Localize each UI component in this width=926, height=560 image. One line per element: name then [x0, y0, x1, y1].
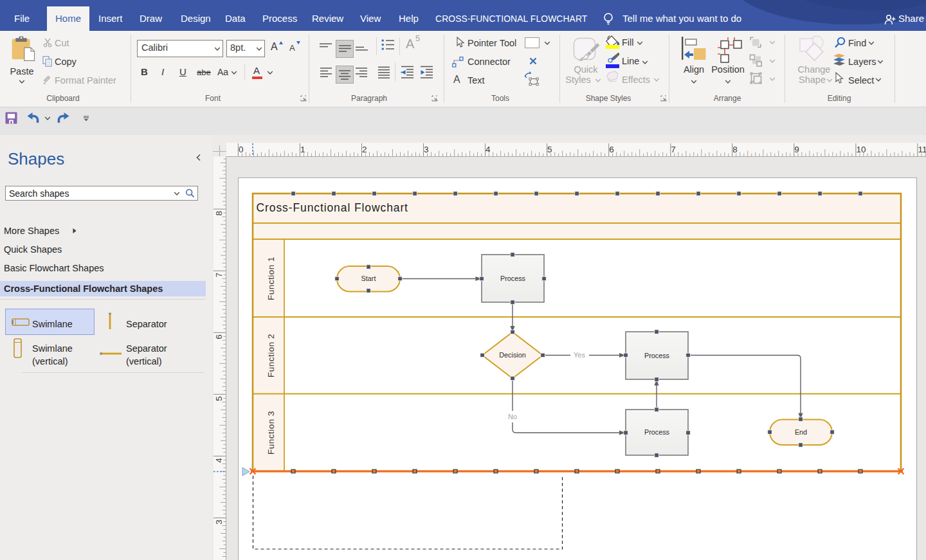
svg-text:8: 8	[214, 211, 224, 216]
svg-text:End: End	[795, 428, 807, 436]
svg-text:4: 4	[214, 458, 224, 463]
svg-text:5: 5	[547, 145, 552, 154]
svg-text:4: 4	[486, 145, 491, 154]
svg-text:Cross-Functional Flowchart: Cross-Functional Flowchart	[257, 201, 408, 214]
svg-text:Function 2: Function 2	[266, 334, 276, 377]
svg-text:7: 7	[671, 145, 676, 154]
svg-text:10: 10	[856, 145, 866, 154]
svg-text:No: No	[508, 413, 517, 420]
svg-text:Function 3: Function 3	[266, 411, 276, 455]
svg-text:1: 1	[300, 145, 305, 154]
svg-text:Yes: Yes	[574, 351, 585, 359]
svg-text:8: 8	[732, 145, 738, 154]
svg-text:Start: Start	[361, 275, 376, 282]
svg-text:Process: Process	[500, 275, 526, 282]
svg-text:Decision: Decision	[499, 351, 525, 359]
svg-text:3: 3	[214, 519, 224, 525]
svg-text:0: 0	[239, 145, 244, 154]
svg-text:9: 9	[794, 145, 799, 154]
svg-text:2: 2	[362, 145, 367, 154]
svg-text:Process: Process	[644, 352, 670, 359]
svg-text:6: 6	[214, 334, 224, 339]
svg-text:Process: Process	[644, 428, 670, 436]
svg-text:Function 1: Function 1	[266, 257, 276, 300]
svg-text:6: 6	[609, 145, 614, 154]
svg-text:11: 11	[918, 145, 926, 154]
svg-text:5: 5	[214, 396, 224, 401]
svg-text:7: 7	[214, 273, 224, 278]
svg-text:3: 3	[424, 145, 429, 154]
